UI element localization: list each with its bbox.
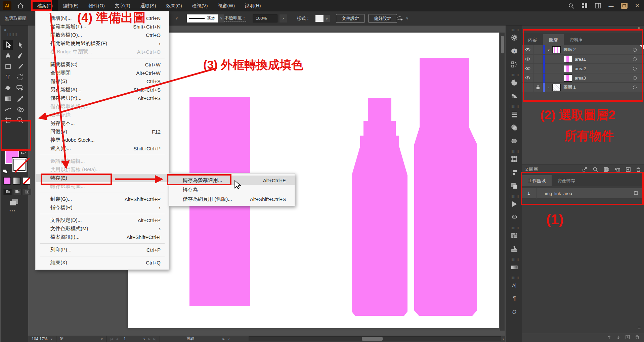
draw-normal-mode-button[interactable] bbox=[3, 189, 12, 195]
visibility-eye-icon[interactable] bbox=[522, 64, 533, 73]
align-panel-icon[interactable] bbox=[510, 168, 518, 177]
draw-inside-mode-button[interactable] bbox=[23, 189, 31, 195]
locate-object-icon[interactable] bbox=[593, 167, 598, 172]
menu-item-open-recent[interactable]: 打開最近使用過的檔案(F)› bbox=[36, 39, 169, 48]
gradient-panel-icon[interactable] bbox=[510, 263, 518, 271]
color-guide-fan-icon[interactable] bbox=[510, 92, 518, 100]
illustrator-logo-icon[interactable]: Ai bbox=[3, 1, 11, 10]
tab-asset-export[interactable]: 資產轉存 bbox=[552, 175, 581, 186]
variables-icon[interactable] bbox=[510, 60, 518, 68]
chevron-down-icon[interactable]: ∨ bbox=[545, 48, 552, 52]
submenu-item-save-for-web-legacy[interactable]: 儲存為網頁用 (舊版)...Alt+Shift+Ctrl+S bbox=[169, 194, 295, 204]
preferences-button[interactable]: 偏好設定 bbox=[368, 14, 397, 23]
rectangle-tool[interactable] bbox=[3, 62, 13, 71]
menu-item-place[interactable]: 置入(L)...Shift+Ctrl+P bbox=[36, 144, 169, 153]
arrange-documents-icon[interactable] bbox=[595, 3, 601, 8]
menu-item-save-as-template[interactable]: 另存範本... bbox=[36, 119, 169, 128]
artboard-tool[interactable] bbox=[3, 115, 13, 125]
horizontal-scrollbar-thumb[interactable] bbox=[362, 337, 383, 341]
tab-properties[interactable]: 內容 bbox=[522, 34, 543, 45]
target-circle-icon[interactable] bbox=[633, 76, 637, 80]
workspace-switcher-icon[interactable] bbox=[582, 3, 588, 8]
asset-export-panel-icon[interactable] bbox=[510, 245, 518, 253]
layer-name[interactable]: 圖層 1 bbox=[563, 84, 576, 90]
gradient-tool[interactable] bbox=[3, 94, 13, 103]
zoom-tool[interactable] bbox=[15, 115, 25, 125]
artboard-row[interactable]: 1 img_link_area bbox=[522, 188, 644, 199]
menu-item-open[interactable]: 開啟舊檔(O)...Ctrl+O bbox=[36, 31, 169, 39]
menu-item-document-setup[interactable]: 文件設定(D)...Alt+Ctrl+P bbox=[36, 216, 169, 225]
document-setup-button[interactable]: 文件設定 bbox=[336, 14, 365, 23]
screen-mode-button[interactable] bbox=[9, 199, 19, 206]
close-button[interactable]: ✕ bbox=[635, 3, 639, 9]
previous-artboard-button[interactable]: ◀ bbox=[116, 337, 118, 341]
layer-row-area2[interactable]: area2 bbox=[522, 64, 644, 73]
type-tool[interactable]: T bbox=[3, 72, 13, 82]
home-icon[interactable] bbox=[17, 3, 24, 8]
menu-item-file-info[interactable]: 檔案資訊(I)...Alt+Shift+Ctrl+I bbox=[36, 233, 169, 241]
artboards-panel-menu-icon[interactable]: ≡ bbox=[638, 325, 641, 331]
style-swatch[interactable] bbox=[315, 15, 324, 22]
dock-gripper[interactable]: |||||||| bbox=[510, 28, 518, 31]
opacity-input[interactable]: 100% bbox=[253, 14, 277, 22]
pen-tool[interactable] bbox=[3, 51, 13, 60]
vertical-scrollbar[interactable] bbox=[500, 33, 505, 331]
gradient-button[interactable] bbox=[13, 177, 20, 185]
new-layer-icon[interactable] bbox=[626, 167, 631, 172]
menu-edit[interactable]: 編輯(E) bbox=[58, 0, 84, 11]
menu-item-exit[interactable]: 結束(X)Ctrl+Q bbox=[36, 258, 169, 267]
target-circle-icon[interactable] bbox=[633, 67, 637, 70]
menu-item-package[interactable]: 封裝(G)...Alt+Shift+Ctrl+P bbox=[36, 195, 169, 203]
artboard-number-field[interactable]: 1 bbox=[121, 337, 140, 341]
object-name[interactable]: area1 bbox=[575, 57, 586, 62]
opentype-panel-icon[interactable]: O bbox=[510, 308, 518, 316]
menu-item-search-adobe-stock[interactable]: 搜尋 Adobe Stock... bbox=[36, 136, 169, 144]
chevron-right-icon[interactable]: › bbox=[545, 85, 552, 89]
new-artboard-icon[interactable] bbox=[626, 335, 630, 340]
menu-item-save[interactable]: 儲存(S)Ctrl+S bbox=[36, 77, 169, 86]
artboards-panel-icon[interactable] bbox=[510, 232, 518, 240]
visibility-eye-icon[interactable] bbox=[522, 45, 533, 54]
object-thumbnail[interactable] bbox=[564, 56, 572, 63]
visibility-eye-icon[interactable] bbox=[522, 55, 533, 64]
restore-button[interactable] bbox=[621, 3, 628, 9]
stroke-panel-icon[interactable] bbox=[510, 110, 518, 118]
character-panel-icon[interactable]: A| bbox=[510, 281, 518, 289]
layer-row-layer1[interactable]: › 圖層 1 bbox=[522, 83, 644, 92]
layer-thumbnail[interactable] bbox=[552, 84, 561, 91]
shape-builder-tool[interactable] bbox=[15, 105, 25, 114]
paragraph-panel-icon[interactable]: ¶ bbox=[510, 295, 518, 303]
color-panel-icon[interactable] bbox=[510, 79, 518, 87]
lock-icon[interactable] bbox=[533, 83, 543, 92]
direct-selection-tool[interactable] bbox=[15, 40, 25, 50]
opacity-more-button[interactable]: › bbox=[280, 14, 287, 22]
submenu-item-export-as[interactable]: 轉存為... bbox=[169, 185, 295, 194]
zoom-level-dropdown[interactable]: 104.17% ∨ bbox=[28, 336, 56, 342]
default-fill-stroke-icon[interactable] bbox=[3, 169, 8, 174]
menu-item-save-a-copy[interactable]: 儲存拷貝(Y)...Alt+Ctrl+S bbox=[36, 94, 169, 102]
make-clipping-mask-icon[interactable] bbox=[604, 167, 609, 172]
move-down-icon[interactable] bbox=[616, 335, 620, 340]
rotate-tool[interactable] bbox=[15, 72, 25, 82]
shaper-tool[interactable] bbox=[3, 105, 13, 114]
visibility-eye-icon[interactable] bbox=[522, 74, 533, 83]
menu-item-save-as[interactable]: 另存新檔(A)...Shift+Ctrl+S bbox=[36, 86, 169, 94]
eraser-tool[interactable] bbox=[3, 83, 13, 93]
pathfinder-panel-icon[interactable] bbox=[510, 182, 518, 190]
collapse-panels-icon[interactable]: » bbox=[522, 26, 644, 33]
search-icon[interactable] bbox=[568, 3, 574, 9]
layer-thumbnail[interactable] bbox=[552, 46, 561, 53]
tab-layers[interactable]: 圖層 bbox=[543, 34, 564, 45]
first-artboard-button[interactable]: |◀ bbox=[110, 337, 113, 341]
magenta-bottle-shape-small[interactable] bbox=[351, 96, 408, 316]
color-button[interactable] bbox=[3, 177, 11, 185]
selection-tool[interactable] bbox=[3, 40, 13, 50]
swap-fill-stroke-icon[interactable] bbox=[20, 148, 27, 154]
menu-object[interactable]: 物件(O) bbox=[84, 0, 110, 11]
menu-item-export[interactable]: 轉存(E)› bbox=[36, 174, 169, 182]
collect-for-export-icon[interactable] bbox=[582, 167, 587, 172]
menu-help[interactable]: 說明(H) bbox=[240, 0, 266, 11]
collapse-toolbar-icon[interactable]: « bbox=[4, 28, 6, 32]
target-circle-icon[interactable] bbox=[633, 57, 637, 61]
comment-arrow-tool[interactable] bbox=[15, 83, 25, 93]
